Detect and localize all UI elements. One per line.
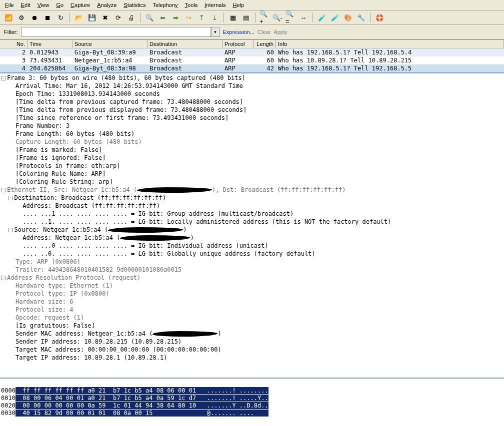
filter-label: Filter: xyxy=(4,29,18,35)
col-header-protocol[interactable]: Protocol xyxy=(222,40,254,48)
main-toolbar: 📶 ⚙ ⏺ ⏹ ↻ 📂 💾 ✖ ⟳ 🖨 🔍 ⬅ ➡ ↪ ⤒ ⤓ ▦ ▤ 🔍+ 🔍… xyxy=(0,10,504,25)
detail-line: [Protocols in frame: eth:arp] xyxy=(16,162,120,169)
restart-capture-icon[interactable]: ↻ xyxy=(55,12,66,23)
toolbar-separator xyxy=(70,12,70,22)
hex-bytes: 00 00 00 00 00 00 0a 59 1c 01 44 94 38 6… xyxy=(16,402,196,409)
packet-row[interactable]: 4 204.625864 Giga-Byt_08:3a:98 Broadcast… xyxy=(0,64,504,72)
filter-input[interactable] xyxy=(21,27,211,37)
detail-line: [Frame is marked: False] xyxy=(16,146,102,153)
auto-scroll-icon[interactable]: ▤ xyxy=(240,12,252,23)
display-filters-icon[interactable]: 🧪 xyxy=(330,12,340,23)
menu-bar: File Edit View Go Capture Analyze Statis… xyxy=(0,0,504,10)
zoom-out-icon[interactable]: 🔍- xyxy=(272,12,283,23)
eth-dst-node[interactable]: Destination: Broadcast (ff:ff:ff:ff:ff:f… xyxy=(14,194,166,201)
toolbar-separator xyxy=(140,12,140,22)
save-file-icon[interactable]: 💾 xyxy=(86,12,98,23)
menu-go[interactable]: Go xyxy=(53,1,66,9)
redacted-mac xyxy=(152,331,218,337)
coloring-rules-icon[interactable]: 🎨 xyxy=(342,12,354,23)
menu-edit[interactable]: Edit xyxy=(18,1,34,9)
packet-bytes-pane[interactable]: 0000 ff ff ff ff ff ff a0 21 b7 1c b5 a4… xyxy=(0,378,504,426)
redacted-mac xyxy=(120,235,190,241)
go-forward-icon[interactable]: ➡ xyxy=(170,12,181,23)
menu-telephony[interactable]: Telephony xyxy=(150,1,180,9)
arp-node[interactable]: Address Resolution Protocol (request) xyxy=(7,274,140,281)
detail-line: [Time since reference or first frame: 73… xyxy=(16,114,228,121)
collapse-icon[interactable]: - xyxy=(1,76,6,80)
options-icon[interactable]: ⚙ xyxy=(16,12,27,23)
ethernet-node[interactable]: Ethernet II, Src: Netgear_1c:b5:a4 ( xyxy=(7,186,137,193)
col-header-source[interactable]: Source xyxy=(72,40,148,48)
filter-bar: Filter: ▼ Expression... Clear Apply xyxy=(0,25,504,39)
close-file-icon[interactable]: ✖ xyxy=(100,12,110,23)
detail-line: Sender MAC address: Netgear_1c:b5:a4 ( xyxy=(16,330,153,337)
menu-analyze[interactable]: Analyze xyxy=(94,1,120,9)
detail-line: .... ..1. .... .... .... .... = LG bit: … xyxy=(22,218,391,225)
go-back-icon[interactable]: ⬅ xyxy=(157,12,168,23)
col-header-time[interactable]: Time xyxy=(28,40,72,48)
detail-line: .... ...0 .... .... .... .... = IG bit: … xyxy=(22,242,268,249)
open-file-icon[interactable]: 📂 xyxy=(74,12,84,23)
toolbar-separator xyxy=(370,12,370,22)
go-to-packet-icon[interactable]: ↪ xyxy=(183,12,194,23)
collapse-icon[interactable]: - xyxy=(1,276,6,280)
detail-line: Frame Length: 60 bytes (480 bits) xyxy=(16,130,134,137)
zoom-reset-icon[interactable]: 🔍= xyxy=(285,12,296,23)
detail-line: Opcode: request (1) xyxy=(16,314,84,321)
detail-line: [Time delta from previous captured frame… xyxy=(16,98,243,105)
resize-columns-icon[interactable]: ↔ xyxy=(298,12,309,23)
packet-row[interactable]: 3 73.493431 Netgear_1c:b5:a4 Broadcast A… xyxy=(0,56,504,64)
print-icon[interactable]: 🖨 xyxy=(126,12,136,23)
detail-line: Sender IP address: 10.89.28.215 (10.89.2… xyxy=(16,338,182,345)
detail-line: Target MAC address: 00:00:00_00:00:00 (0… xyxy=(16,346,222,353)
go-last-icon[interactable]: ⤓ xyxy=(209,12,220,23)
menu-help[interactable]: Help xyxy=(230,1,247,9)
redacted-mac xyxy=(108,227,183,233)
col-header-info[interactable]: Info xyxy=(276,40,504,48)
help-icon[interactable]: 🛟 xyxy=(374,12,385,23)
clear-link[interactable]: Clear xyxy=(258,29,270,35)
menu-internals[interactable]: Internals xyxy=(202,1,228,9)
packet-list-header: No. Time Source Destination Protocol Len… xyxy=(0,40,504,48)
menu-capture[interactable]: Capture xyxy=(68,1,93,9)
hex-bytes: ff ff ff ff ff ff a0 21 b7 1c b5 a4 08 0… xyxy=(16,387,196,394)
toolbar-separator xyxy=(312,12,313,22)
frame-node[interactable]: Frame 3: 60 bytes on wire (480 bits), 60… xyxy=(7,74,246,81)
preferences-icon[interactable]: 🔧 xyxy=(356,12,366,23)
go-first-icon[interactable]: ⤒ xyxy=(196,12,207,23)
hex-offset: 0020 xyxy=(1,402,16,409)
menu-tools[interactable]: Tools xyxy=(182,1,201,9)
eth-src-node[interactable]: Source: Netgear_1c:b5:a4 ( xyxy=(14,226,108,233)
col-header-destination[interactable]: Destination xyxy=(148,40,222,48)
start-capture-icon[interactable]: ⏺ xyxy=(29,12,40,23)
capture-filters-icon[interactable]: 🧪 xyxy=(316,12,328,23)
detail-line: Protocol size: 4 xyxy=(16,306,74,313)
detail-line: Target IP address: 10.89.28.1 (10.89.28.… xyxy=(16,354,167,361)
hex-offset: 0000 xyxy=(1,387,16,394)
detail-line: .... ...1 .... .... .... .... = IG bit: … xyxy=(22,210,294,217)
col-header-no[interactable]: No. xyxy=(0,40,28,48)
expression-link[interactable]: Expression... xyxy=(223,29,255,35)
stop-capture-icon[interactable]: ⏹ xyxy=(42,12,53,23)
packet-details-pane[interactable]: -Frame 3: 60 bytes on wire (480 bits), 6… xyxy=(0,72,504,378)
collapse-icon[interactable]: - xyxy=(8,228,12,232)
apply-link[interactable]: Apply xyxy=(274,29,288,35)
interfaces-icon[interactable]: 📶 xyxy=(3,12,14,23)
toolbar-separator xyxy=(224,12,224,22)
find-icon[interactable]: 🔍 xyxy=(144,12,155,23)
packet-row[interactable]: 2 0.012943 Giga-Byt_08:39:a9 Broadcast A… xyxy=(0,48,504,56)
hex-bytes: 40 15 82 9d 00 00 01 01 08 0a 00 15 xyxy=(16,410,153,417)
toolbar-separator xyxy=(255,12,256,22)
menu-statistics[interactable]: Statistics xyxy=(120,1,148,9)
hex-offset: 0010 xyxy=(1,395,16,402)
filter-dropdown-icon[interactable]: ▼ xyxy=(211,27,220,37)
collapse-icon[interactable]: - xyxy=(8,196,12,200)
menu-view[interactable]: View xyxy=(34,1,52,9)
zoom-in-icon[interactable]: 🔍+ xyxy=(259,12,270,23)
collapse-icon[interactable]: - xyxy=(1,188,6,192)
col-header-length[interactable]: Length xyxy=(254,40,276,48)
reload-icon[interactable]: ⟳ xyxy=(112,12,124,23)
colorize-icon[interactable]: ▦ xyxy=(228,12,238,23)
menu-file[interactable]: File xyxy=(2,1,17,9)
detail-line: Frame Number: 3 xyxy=(16,122,70,129)
